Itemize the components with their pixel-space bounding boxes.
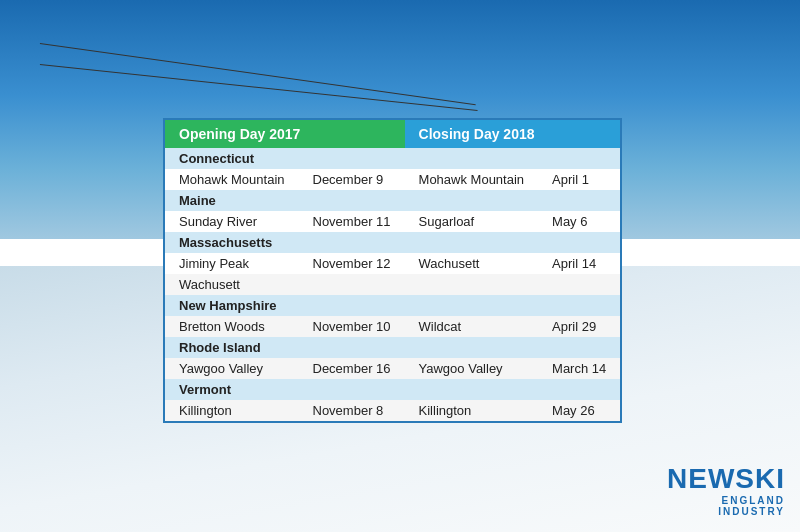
opening-resort: Sunday River	[165, 211, 299, 232]
table-row: KillingtonNovember 8KillingtonMay 26	[165, 400, 620, 421]
closing-resort: Killington	[405, 400, 539, 421]
opening-day-header: Opening Day 2017	[165, 120, 405, 148]
closing-date: April 29	[538, 316, 620, 337]
state-row: Rhode Island	[165, 337, 620, 358]
table-row: Yawgoo ValleyDecember 16Yawgoo ValleyMar…	[165, 358, 620, 379]
logo-new: NEW	[667, 465, 735, 493]
logo-industry: INDUSTRY	[667, 506, 785, 517]
closing-resort: Wildcat	[405, 316, 539, 337]
closing-date: April 1	[538, 169, 620, 190]
opening-resort: Yawgoo Valley	[165, 358, 299, 379]
state-label: Massachusetts	[165, 232, 620, 253]
table-row: Jiminy PeakNovember 12WachusettApril 14	[165, 253, 620, 274]
state-row: Maine	[165, 190, 620, 211]
closing-resort: Mohawk Mountain	[405, 169, 539, 190]
state-row: New Hampshire	[165, 295, 620, 316]
opening-date: November 8	[299, 400, 405, 421]
state-label: Vermont	[165, 379, 620, 400]
table-header-row: Opening Day 2017 Closing Day 2018	[165, 120, 620, 148]
state-row: Massachusetts	[165, 232, 620, 253]
opening-date: December 9	[299, 169, 405, 190]
closing-resort: Sugarloaf	[405, 211, 539, 232]
opening-date: November 11	[299, 211, 405, 232]
closing-date: May 26	[538, 400, 620, 421]
opening-resort: Jiminy Peak	[165, 253, 299, 274]
table-row: Mohawk MountainDecember 9Mohawk Mountain…	[165, 169, 620, 190]
brand-logo: NEWSKI ENGLAND INDUSTRY	[667, 463, 785, 517]
state-row: Vermont	[165, 379, 620, 400]
closing-date: April 14	[538, 253, 620, 274]
table-row: Sunday RiverNovember 11SugarloafMay 6	[165, 211, 620, 232]
state-row: Connecticut	[165, 148, 620, 169]
opening-date: November 10	[299, 316, 405, 337]
opening-date	[299, 274, 405, 295]
state-label: Connecticut	[165, 148, 620, 169]
logo-england: ENGLAND	[667, 495, 785, 506]
ski-table-container: Opening Day 2017 Closing Day 2018 Connec…	[163, 118, 622, 423]
opening-resort: Mohawk Mountain	[165, 169, 299, 190]
closing-day-header: Closing Day 2018	[405, 120, 621, 148]
table-row: Bretton WoodsNovember 10WildcatApril 29	[165, 316, 620, 337]
opening-date: November 12	[299, 253, 405, 274]
closing-resort: Wachusett	[405, 253, 539, 274]
opening-resort: Bretton Woods	[165, 316, 299, 337]
state-label: New Hampshire	[165, 295, 620, 316]
opening-date: December 16	[299, 358, 405, 379]
opening-resort: Killington	[165, 400, 299, 421]
table-row: Wachusett	[165, 274, 620, 295]
closing-date	[538, 274, 620, 295]
logo-ski: SKI	[735, 463, 785, 495]
closing-resort: Yawgoo Valley	[405, 358, 539, 379]
closing-date: May 6	[538, 211, 620, 232]
state-label: Maine	[165, 190, 620, 211]
closing-date: March 14	[538, 358, 620, 379]
ski-data-table: Opening Day 2017 Closing Day 2018 Connec…	[165, 120, 620, 421]
closing-resort	[405, 274, 539, 295]
state-label: Rhode Island	[165, 337, 620, 358]
opening-resort: Wachusett	[165, 274, 299, 295]
